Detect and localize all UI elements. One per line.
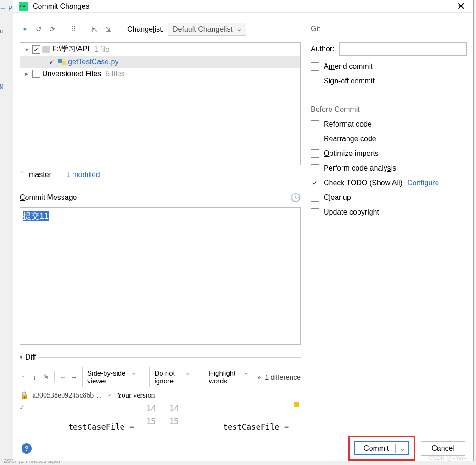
diff-label: Diff bbox=[25, 353, 36, 361]
cancel-button[interactable]: Cancel bbox=[421, 441, 465, 456]
configure-link[interactable]: Configure bbox=[407, 179, 439, 187]
line-numbers: 1415 1415 bbox=[140, 402, 185, 430]
left-column: ✦ ↺ ⟳ ⠿ ⇱ ⇲ Changelist: Default Changeli… bbox=[20, 23, 301, 430]
pycharm-icon bbox=[19, 2, 28, 11]
right-gutter bbox=[294, 402, 301, 430]
diff-versions-row: 🔒 a300538e09245c86b0d563c925b8e9b1b71ec6… bbox=[20, 391, 301, 399]
commit-button[interactable]: Commit ⌄ bbox=[354, 441, 409, 455]
amend-label: Amend commit bbox=[324, 62, 373, 71]
amend-row: Amend commit bbox=[311, 62, 467, 71]
watermark: CSDN @--Yin-- bbox=[429, 455, 467, 461]
pin-icon[interactable]: ✦ bbox=[20, 24, 30, 34]
viewer-select[interactable]: Side-by-side viewer bbox=[82, 367, 140, 387]
bg-text: ← P bbox=[0, 5, 12, 12]
group-icon[interactable]: ⠿ bbox=[68, 24, 78, 34]
history-icon[interactable]: 🕓 bbox=[291, 193, 301, 203]
right-column: Git Author: Amend commit Sign-off commit… bbox=[311, 23, 467, 430]
file-name: getTestCase.py bbox=[68, 58, 118, 66]
branch-name: master bbox=[29, 171, 51, 179]
root-path: F:\学习\API bbox=[52, 44, 90, 54]
commit-message-label: Commit Message bbox=[20, 194, 77, 202]
todo-checkbox[interactable] bbox=[311, 179, 319, 187]
author-label: Author: bbox=[311, 45, 335, 53]
root-meta: 1 file bbox=[94, 45, 110, 54]
reformat-label: Reformat code bbox=[324, 120, 372, 128]
titlebar: Commit Changes ✕ bbox=[13, 0, 473, 13]
unversioned-meta: 5 files bbox=[106, 70, 125, 78]
git-section-title: Git bbox=[311, 25, 467, 33]
refresh-icon[interactable]: ⟳ bbox=[47, 24, 57, 34]
author-row: Author: bbox=[311, 42, 467, 56]
lock-icon: 🔒 bbox=[20, 391, 29, 399]
prev-diff-icon[interactable]: ↑ bbox=[20, 372, 27, 382]
rearrange-label: Rearrange code bbox=[324, 135, 376, 143]
analysis-checkbox[interactable] bbox=[311, 164, 319, 172]
back-icon[interactable]: ← bbox=[59, 372, 66, 382]
left-code[interactable]: testCaseFile = fi print(testCaseFile) bbox=[31, 402, 140, 430]
expand-icon[interactable]: ⇱ bbox=[90, 24, 100, 34]
changelist-label: Changelist: bbox=[127, 25, 164, 33]
highlight-select[interactable]: Highlight words bbox=[204, 367, 252, 387]
bg-text: g bbox=[0, 82, 4, 89]
commit-dialog: Commit Changes ✕ ✦ ↺ ⟳ ⠿ ⇱ ⇲ Changelist:… bbox=[13, 0, 474, 461]
signoff-checkbox[interactable] bbox=[311, 77, 319, 85]
branch-row: ᛘ master 1 modified bbox=[20, 171, 301, 179]
author-input[interactable] bbox=[339, 42, 467, 56]
collapse-arrow-icon[interactable]: ▾ bbox=[23, 46, 30, 53]
next-diff-icon[interactable]: ↓ bbox=[31, 372, 38, 382]
copyright-checkbox[interactable] bbox=[311, 208, 319, 216]
code-line: testCaseFile = file bbox=[185, 421, 294, 430]
optimize-checkbox[interactable] bbox=[311, 149, 319, 158]
cleanup-checkbox[interactable] bbox=[311, 194, 319, 202]
branch-icon: ᛘ bbox=[20, 171, 24, 179]
forward-icon[interactable]: → bbox=[71, 372, 78, 382]
dialog-body: ✦ ↺ ⟳ ⠿ ⇱ ⇲ Changelist: Default Changeli… bbox=[13, 13, 473, 430]
diff-header: ▾ Diff bbox=[20, 353, 301, 361]
diff-code: ✓ testCaseFile = fi print(testCaseFile) … bbox=[20, 402, 301, 430]
unversioned-checkbox[interactable] bbox=[32, 70, 40, 78]
signoff-label: Sign-off commit bbox=[324, 77, 375, 85]
diff-collapse-icon[interactable]: ▾ bbox=[20, 354, 22, 360]
dialog-footer: ? Commit ⌄ Cancel bbox=[13, 430, 473, 465]
commit-highlight-box: Commit ⌄ bbox=[348, 436, 415, 461]
tree-file-row[interactable]: getTestCase.py bbox=[20, 56, 300, 68]
collapse-icon[interactable]: ⇲ bbox=[103, 24, 113, 34]
root-checkbox[interactable] bbox=[32, 45, 40, 54]
tree-unversioned-row[interactable]: ▸ Unversioned Files 5 files bbox=[20, 68, 300, 80]
signoff-row: Sign-off commit bbox=[311, 77, 467, 85]
your-version-label: Your version bbox=[117, 391, 301, 399]
readonly-checkbox[interactable] bbox=[106, 392, 113, 399]
rearrange-checkbox[interactable] bbox=[311, 135, 319, 143]
code-line: testCaseFile = fi bbox=[31, 421, 140, 430]
check-ok-icon: ✓ bbox=[20, 403, 24, 411]
ignore-select[interactable]: Do not ignore bbox=[149, 367, 194, 387]
close-icon[interactable]: ✕ bbox=[454, 0, 468, 12]
python-icon bbox=[58, 58, 66, 66]
optimize-label: Optimize imports bbox=[324, 149, 379, 158]
unversioned-label: Unversioned Files bbox=[42, 70, 101, 78]
chevron-down-icon[interactable]: ⌄ bbox=[395, 444, 405, 453]
changes-toolbar: ✦ ↺ ⟳ ⠿ ⇱ ⇲ Changelist: Default Changeli… bbox=[20, 23, 301, 36]
diff-count: » 1 difference bbox=[257, 373, 301, 381]
tree-root-row[interactable]: ▾ F:\学习\API 1 file bbox=[20, 43, 300, 56]
cleanup-label: Cleanup bbox=[324, 194, 351, 202]
analysis-label: Perform code analysis bbox=[324, 164, 396, 172]
help-icon[interactable]: ? bbox=[22, 443, 32, 454]
commit-message-input[interactable]: 提交11 bbox=[20, 207, 301, 345]
changes-tree[interactable]: ▾ F:\学习\API 1 file getTestCase.py ▸ Unve… bbox=[20, 42, 301, 165]
expand-arrow-icon[interactable]: ▸ bbox=[23, 71, 30, 77]
modified-link[interactable]: 1 modified bbox=[66, 171, 100, 179]
amend-checkbox[interactable] bbox=[311, 62, 319, 71]
changelist-select[interactable]: Default Changelist bbox=[168, 23, 246, 36]
undo-icon[interactable]: ↺ bbox=[34, 24, 44, 34]
edit-icon[interactable]: ✎ bbox=[43, 372, 50, 382]
file-checkbox[interactable] bbox=[48, 58, 56, 66]
dialog-title: Commit Changes bbox=[33, 2, 90, 11]
reformat-checkbox[interactable] bbox=[311, 120, 319, 128]
folder-icon bbox=[42, 46, 50, 53]
todo-label: Check TODO (Show All) bbox=[324, 179, 403, 187]
diff-toolbar: ↑ ↓ ✎ ← → Side-by-side viewer Do not ign… bbox=[20, 367, 301, 387]
before-commit-title: Before Commit bbox=[311, 105, 467, 114]
commit-message-header: Commit Message 🕓 bbox=[20, 193, 301, 203]
right-code[interactable]: testCaseFile = file print(testCaseFile) bbox=[185, 402, 294, 430]
